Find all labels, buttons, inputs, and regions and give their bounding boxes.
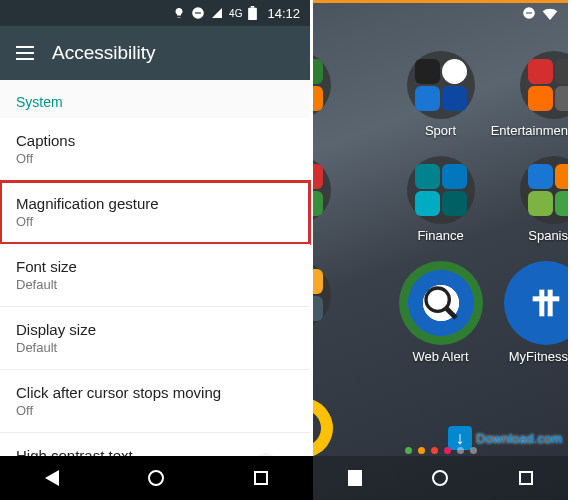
app-icon [313, 59, 323, 84]
svg-rect-2 [249, 8, 258, 20]
svg-rect-10 [533, 296, 560, 301]
globe-search-icon [421, 283, 461, 323]
page-indicator [405, 447, 477, 454]
app-icon [415, 86, 440, 111]
app-folder-activity[interactable]: ivity [313, 156, 391, 243]
status-bar-right [313, 3, 568, 27]
app-web-alert[interactable]: Web Alert [399, 261, 483, 364]
app-folder-finance[interactable]: Finance [399, 156, 483, 243]
setting-captions[interactable]: Captions Off [0, 118, 310, 181]
app-icon [415, 59, 440, 84]
svg-rect-8 [539, 290, 544, 317]
svg-rect-5 [526, 12, 532, 13]
setting-font-size[interactable]: Font size Default [0, 244, 310, 307]
app-icon [415, 191, 440, 216]
app-icon [442, 86, 467, 111]
app-icon [313, 296, 323, 321]
navigation-bar [0, 456, 313, 500]
app-myfitness[interactable]: MyFitness [491, 261, 569, 364]
svg-rect-9 [548, 290, 553, 317]
back-button[interactable] [45, 470, 59, 486]
app-folder-spanish[interactable]: Spanis [491, 156, 569, 243]
app-icon [528, 164, 553, 189]
status-bar: 4G 14:12 [0, 0, 310, 26]
app-icon [442, 191, 467, 216]
settings-list: System Captions Off Magnification gestur… [0, 80, 310, 496]
app-folder-sport[interactable]: Sport [399, 51, 483, 138]
app-folder-partial-3[interactable]: m [313, 261, 391, 364]
app-icon [442, 59, 467, 84]
app-icon [555, 191, 568, 216]
app-folder-partial-1[interactable]: s [313, 51, 391, 138]
setting-magnification-gesture[interactable]: Magnification gesture Off [0, 181, 310, 244]
app-icon [555, 86, 568, 111]
app-icon [415, 164, 440, 189]
app-icon [528, 86, 553, 111]
app-icon [555, 59, 568, 84]
app-icon [313, 269, 323, 294]
app-icon [313, 191, 323, 216]
fitness-icon [526, 283, 566, 323]
navigation-bar-right [313, 456, 568, 500]
wifi-icon [542, 6, 558, 24]
app-icon [528, 191, 553, 216]
app-icon [313, 164, 323, 189]
home-button[interactable] [432, 470, 448, 486]
back-button[interactable] [348, 470, 362, 486]
signal-icon [211, 7, 223, 19]
dnd-icon [191, 6, 205, 20]
app-icon [555, 164, 568, 189]
app-header: Accessibility [0, 26, 310, 80]
recent-button[interactable] [519, 471, 533, 485]
clock: 14:12 [267, 6, 300, 21]
menu-icon[interactable] [16, 46, 34, 60]
app-grid: s Sport Entertainmen [313, 27, 568, 364]
svg-point-6 [426, 288, 449, 311]
section-label: System [0, 80, 310, 118]
svg-rect-1 [195, 12, 201, 13]
app-folder-entertainment[interactable]: Entertainmen [491, 51, 569, 138]
setting-click-after-cursor[interactable]: Click after cursor stops moving Off [0, 370, 310, 433]
svg-line-7 [446, 308, 456, 318]
app-icon [528, 59, 553, 84]
battery-icon [248, 6, 257, 20]
bulb-icon [173, 7, 185, 19]
svg-rect-3 [251, 6, 255, 8]
page-title: Accessibility [52, 42, 155, 64]
setting-display-size[interactable]: Display size Default [0, 307, 310, 370]
app-icon [313, 86, 323, 111]
app-icon [442, 164, 467, 189]
network-label: 4G [229, 8, 242, 19]
home-button[interactable] [148, 470, 164, 486]
dnd-icon [522, 6, 536, 24]
recent-button[interactable] [254, 471, 268, 485]
